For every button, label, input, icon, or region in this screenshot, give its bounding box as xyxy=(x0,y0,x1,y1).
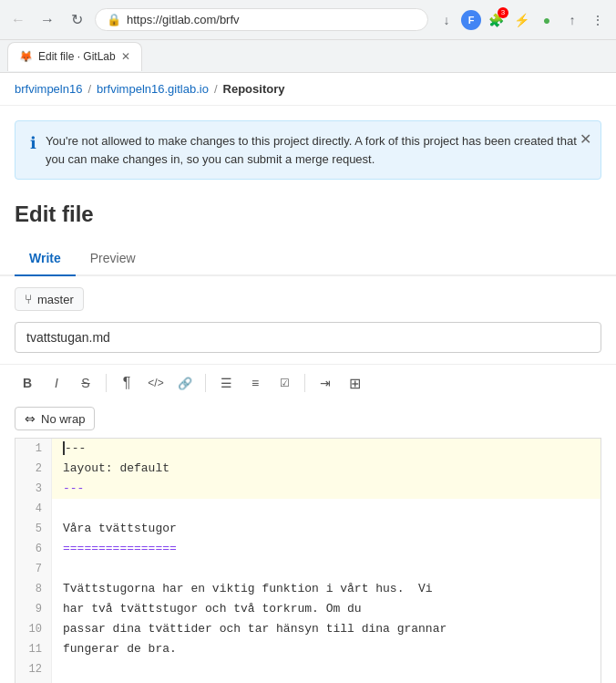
code-line-10: 10 passar dina tvättider och tar hänsyn … xyxy=(15,619,601,639)
active-tab[interactable]: 🦊 Edit file · GitLab ✕ xyxy=(7,42,142,71)
shield-icon: 🔒 xyxy=(107,13,121,26)
line-number-11: 11 xyxy=(15,639,52,659)
line-number-7: 7 xyxy=(15,559,52,579)
code-line-1: 1 --- xyxy=(15,439,601,459)
code-button[interactable]: </> xyxy=(143,370,169,396)
page-title: Edit file xyxy=(0,194,616,242)
line-number-3: 3 xyxy=(15,479,52,499)
browser-chrome: ← → ↻ 🔒 https://gitlab.com/brfv ↓ F 🧩 3 … xyxy=(0,0,616,40)
line-content-3[interactable]: --- xyxy=(52,479,601,499)
italic-button[interactable]: I xyxy=(44,370,69,396)
extension-2-button[interactable]: ● xyxy=(536,9,558,31)
breadcrumb-item-org[interactable]: brfvimpeln16 xyxy=(15,82,82,96)
reload-button[interactable]: ↻ xyxy=(66,9,87,31)
line-content-1[interactable]: --- xyxy=(52,439,601,459)
line-number-8: 8 xyxy=(15,579,52,599)
branch-selector[interactable]: ⑂ master xyxy=(15,287,84,311)
editor-toolbar: B I S ¶ </> 🔗 ☰ ≡ ☑ ⇥ ⊞ xyxy=(0,364,616,401)
tab-title: Edit file · GitLab xyxy=(38,50,116,63)
code-line-8: 8 Tvättstugorna har en viktig funktion i… xyxy=(15,579,601,599)
line-content-2[interactable]: layout: default xyxy=(52,459,601,479)
nowrap-button[interactable]: ⇔ No wrap xyxy=(15,407,95,430)
back-button[interactable]: ← xyxy=(7,9,29,31)
filename-bar xyxy=(0,322,616,364)
editor-tabs: Write Preview xyxy=(0,242,616,276)
info-icon: ℹ xyxy=(30,133,36,153)
breadcrumb-item-current: Repository xyxy=(223,82,285,96)
alert-banner: ℹ You're not allowed to make changes to … xyxy=(15,120,601,180)
ordered-list-button[interactable]: ≡ xyxy=(242,370,268,396)
nowrap-bar: ⇔ No wrap xyxy=(0,401,616,430)
breadcrumb: brfvimpeln16 / brfvimpeln16.gitlab.io / … xyxy=(0,73,616,106)
code-editor[interactable]: 1 --- 2 layout: default 3 --- 4 5 Våra t… xyxy=(15,438,601,683)
line-content-6[interactable]: ================ xyxy=(52,539,601,559)
line-number-13: 13 xyxy=(15,679,52,683)
line-number-6: 6 xyxy=(15,539,52,559)
code-line-11: 11 fungerar de bra. xyxy=(15,639,601,659)
extension-3-button[interactable]: ↑ xyxy=(561,9,583,31)
indent-button[interactable]: ⇥ xyxy=(313,370,338,396)
toolbar-sep-3 xyxy=(304,374,305,392)
code-line-3: 3 --- xyxy=(15,479,601,499)
tab-bar: 🦊 Edit file · GitLab ✕ xyxy=(0,40,616,73)
nowrap-label: No wrap xyxy=(41,412,85,426)
filename-input[interactable] xyxy=(15,322,601,353)
extension-1-button[interactable]: ⚡ xyxy=(510,9,532,31)
branch-bar: ⑂ master xyxy=(0,276,616,322)
branch-name: master xyxy=(37,293,74,306)
line-number-12: 12 xyxy=(15,659,52,679)
line-content-10[interactable]: passar dina tvättider och tar hänsyn til… xyxy=(52,619,601,639)
breadcrumb-item-repo[interactable]: brfvimpeln16.gitlab.io xyxy=(97,82,209,96)
line-content-4[interactable] xyxy=(52,499,601,519)
code-line-5: 5 Våra tvättstugor xyxy=(15,519,601,539)
code-line-4: 4 xyxy=(15,499,601,519)
table-button[interactable]: ⊞ xyxy=(342,370,367,396)
code-line-12: 12 xyxy=(15,659,601,679)
link-button[interactable]: 🔗 xyxy=(172,370,198,396)
code-line-6: 6 ================ xyxy=(15,539,601,559)
task-list-button[interactable]: ☑ xyxy=(272,370,297,396)
line-content-8[interactable]: Tvättstugorna har en viktig funktion i v… xyxy=(52,579,601,599)
unordered-list-button[interactable]: ☰ xyxy=(213,370,239,396)
page-content: brfvimpeln16 / brfvimpeln16.gitlab.io / … xyxy=(0,73,616,683)
toolbar-sep-1 xyxy=(106,374,107,392)
tab-close-button[interactable]: ✕ xyxy=(121,50,130,63)
breadcrumb-separator-2: / xyxy=(214,82,218,96)
bold-button[interactable]: B xyxy=(15,370,40,396)
wrap-icon: ⇔ xyxy=(25,411,36,426)
line-content-11[interactable]: fungerar de bra. xyxy=(52,639,601,659)
line-content-13[interactable]: Bokning xyxy=(52,679,601,683)
tab-favicon: 🦊 xyxy=(19,50,33,63)
line-number-2: 2 xyxy=(15,459,52,479)
extensions-button[interactable]: 🧩 3 xyxy=(485,9,507,31)
line-content-12[interactable] xyxy=(52,659,601,679)
url-text: https://gitlab.com/brfv xyxy=(127,13,416,26)
code-line-7: 7 xyxy=(15,559,601,579)
forward-button[interactable]: → xyxy=(36,9,58,31)
code-line-9: 9 har två tvättstugor och två torkrum. O… xyxy=(15,599,601,619)
strikethrough-button[interactable]: S xyxy=(73,370,98,396)
line-content-7[interactable] xyxy=(52,559,601,579)
line-number-9: 9 xyxy=(15,599,52,619)
browser-actions: ↓ F 🧩 3 ⚡ ● ↑ ⋮ xyxy=(436,9,609,31)
address-bar[interactable]: 🔒 https://gitlab.com/brfv xyxy=(95,8,428,31)
tab-write[interactable]: Write xyxy=(15,242,76,276)
line-number-4: 4 xyxy=(15,499,52,519)
line-content-9[interactable]: har två tvättstugor och två torkrum. Om … xyxy=(52,599,601,619)
line-number-5: 5 xyxy=(15,519,52,539)
toolbar-sep-2 xyxy=(205,374,206,392)
branch-icon: ⑂ xyxy=(25,292,32,306)
alert-close-button[interactable]: ✕ xyxy=(580,130,591,148)
menu-button[interactable]: ⋮ xyxy=(587,9,609,31)
line-content-5[interactable]: Våra tvättstugor xyxy=(52,519,601,539)
line-number-1: 1 xyxy=(15,439,52,459)
profile-button[interactable]: F xyxy=(461,10,481,30)
code-line-13: 13 Bokning xyxy=(15,679,601,683)
tab-preview[interactable]: Preview xyxy=(76,242,150,276)
code-line-2: 2 layout: default xyxy=(15,459,601,479)
breadcrumb-separator-1: / xyxy=(87,82,91,96)
heading-button[interactable]: ¶ xyxy=(114,370,139,396)
downloads-button[interactable]: ↓ xyxy=(436,9,457,31)
line-number-10: 10 xyxy=(15,619,52,639)
alert-text: You're not allowed to make changes to th… xyxy=(46,132,586,168)
